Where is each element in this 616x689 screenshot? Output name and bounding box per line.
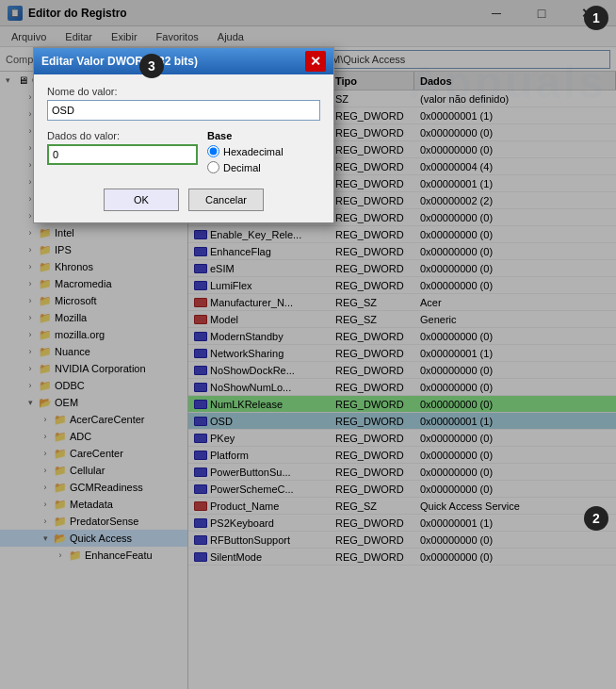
radio-hexadecimal[interactable]: Hexadecimal bbox=[207, 145, 320, 157]
dialog-row: Dados do valor: Base Hexadecimal Decimal bbox=[47, 130, 320, 177]
value-section: Dados do valor: bbox=[47, 130, 198, 165]
field-data-label: Dados do valor: bbox=[47, 130, 198, 141]
edit-dword-dialog: Editar Valor DWORD (32 bits) ✕ Nome do v… bbox=[33, 47, 334, 223]
radio-dec-input[interactable] bbox=[207, 161, 219, 173]
base-label: Base bbox=[207, 130, 320, 141]
registry-editor-window: 📋 Editor do Registro ─ □ ✕ Arquivo Edita… bbox=[0, 0, 616, 689]
ok-button[interactable]: OK bbox=[104, 189, 179, 211]
radio-dec-label: Decimal bbox=[223, 162, 261, 173]
base-section: Base Hexadecimal Decimal bbox=[207, 130, 320, 177]
field-name-label: Nome do valor: bbox=[47, 86, 320, 97]
radio-hex-input[interactable] bbox=[207, 145, 219, 157]
radio-hex-label: Hexadecimal bbox=[223, 146, 284, 157]
dialog-title-bar: Editar Valor DWORD (32 bits) ✕ bbox=[34, 48, 333, 74]
dialog-close-button[interactable]: ✕ bbox=[305, 51, 326, 72]
field-name-input[interactable] bbox=[47, 100, 320, 121]
field-data-input[interactable] bbox=[47, 144, 198, 165]
dialog-body: Nome do valor: Dados do valor: Base Hexa… bbox=[34, 74, 333, 222]
dialog-title: Editar Valor DWORD (32 bits) bbox=[41, 55, 198, 68]
radio-decimal[interactable]: Decimal bbox=[207, 161, 320, 173]
dialog-buttons: OK Cancelar bbox=[47, 189, 320, 211]
modal-overlay: Editar Valor DWORD (32 bits) ✕ Nome do v… bbox=[0, 0, 616, 689]
cancel-button[interactable]: Cancelar bbox=[188, 189, 264, 211]
